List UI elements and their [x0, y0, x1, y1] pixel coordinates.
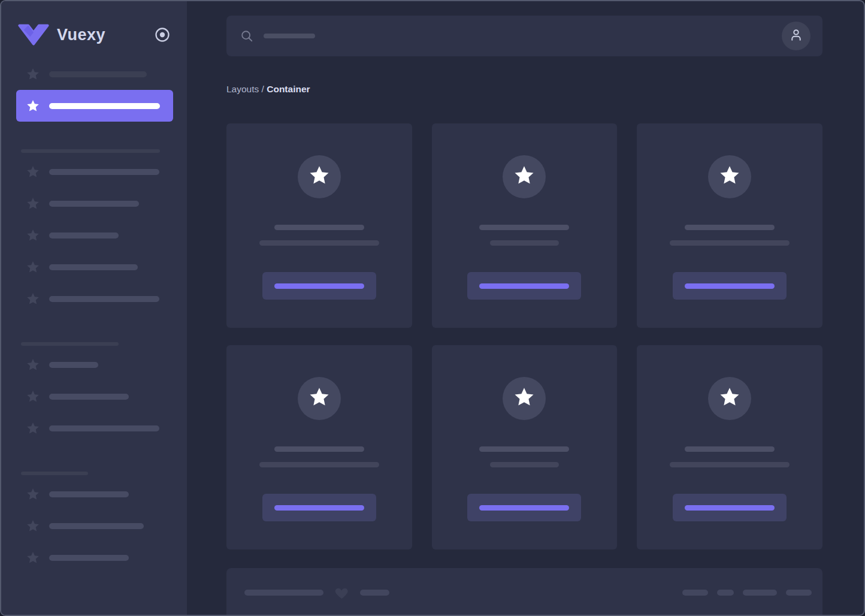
- sidebar-menu-item[interactable]: [16, 90, 173, 122]
- content-card: [226, 345, 412, 549]
- sidebar-menu-item[interactable]: [16, 251, 173, 283]
- menu-item-label-bar: [49, 264, 138, 270]
- breadcrumb-current: Container: [267, 84, 310, 94]
- search-placeholder-bar: [264, 34, 315, 38]
- sidebar-section-header-bar: [21, 342, 119, 346]
- footer: [226, 568, 822, 615]
- card-title-bar: [274, 225, 364, 230]
- card-title-bar: [479, 225, 569, 230]
- card-subtitle-bar: [670, 462, 790, 467]
- sidebar-menu-item[interactable]: [16, 156, 173, 188]
- sidebar-menu-item[interactable]: [16, 478, 173, 510]
- star-icon: [718, 164, 741, 189]
- content-card: [432, 345, 618, 549]
- topbar: [226, 16, 822, 56]
- card-avatar-circle: [503, 155, 546, 198]
- card-avatar-circle: [503, 377, 546, 420]
- footer-links: [682, 590, 812, 596]
- card-action-button[interactable]: [262, 272, 376, 300]
- sidebar-menu-item[interactable]: [16, 412, 173, 444]
- card-subtitle-bar: [259, 240, 379, 246]
- user-avatar-button[interactable]: [782, 22, 810, 50]
- star-icon: [26, 551, 40, 565]
- card-avatar-circle: [298, 155, 341, 198]
- content-card: [637, 345, 822, 549]
- menu-item-label-bar: [49, 362, 98, 368]
- sidebar-menu-item[interactable]: [16, 58, 173, 90]
- sidebar-menu-item[interactable]: [16, 542, 173, 573]
- content-card: [226, 123, 412, 328]
- radio-dot-icon[interactable]: [154, 26, 171, 43]
- breadcrumb-separator: /: [262, 84, 264, 94]
- sidebar-menu-item[interactable]: [16, 510, 173, 542]
- footer-link-bar[interactable]: [682, 590, 708, 596]
- card-title-bar: [685, 225, 775, 230]
- content-card: [637, 123, 822, 328]
- star-icon: [26, 487, 40, 502]
- footer-link-bar[interactable]: [717, 590, 734, 596]
- menu-item-label-bar: [49, 232, 119, 238]
- footer-left: [244, 585, 389, 600]
- brand-row: Vuexy: [1, 1, 187, 48]
- menu-item-label-bar: [49, 169, 159, 175]
- star-icon: [26, 67, 40, 81]
- button-label-bar: [274, 283, 364, 289]
- footer-text-bar: [244, 590, 323, 596]
- star-icon: [26, 228, 40, 243]
- sidebar-menu-item[interactable]: [16, 188, 173, 219]
- menu-item-label-bar: [49, 296, 159, 302]
- menu-item-label-bar: [49, 491, 129, 497]
- button-label-bar: [274, 505, 364, 511]
- star-icon: [26, 421, 40, 436]
- footer-row: [244, 584, 812, 601]
- card-action-button[interactable]: [467, 494, 581, 521]
- card-avatar-circle: [298, 377, 341, 420]
- star-icon: [26, 519, 40, 533]
- star-icon: [26, 260, 40, 274]
- footer-link-bar[interactable]: [786, 590, 812, 596]
- star-icon: [308, 386, 331, 411]
- card-action-button[interactable]: [467, 272, 581, 300]
- card-title-bar: [685, 446, 775, 452]
- sidebar-menu-item[interactable]: [16, 219, 173, 251]
- card-subtitle-bar: [670, 240, 790, 246]
- star-icon: [513, 164, 536, 189]
- card-title-bar: [274, 446, 364, 452]
- vuexy-v-logo-icon: [18, 24, 49, 46]
- star-icon: [513, 386, 536, 411]
- card-title-bar: [479, 446, 569, 452]
- star-icon: [26, 358, 40, 372]
- sidebar: Vuexy: [1, 1, 187, 615]
- card-subtitle-bar: [490, 240, 559, 246]
- sidebar-menu-item[interactable]: [16, 381, 173, 412]
- card-action-button[interactable]: [673, 272, 787, 300]
- card-subtitle-bar: [490, 462, 559, 467]
- menu-item-label-bar: [49, 103, 160, 109]
- card-action-button[interactable]: [673, 494, 787, 521]
- sidebar-menu-item[interactable]: [16, 349, 173, 381]
- star-icon: [26, 165, 40, 179]
- heart-icon: [334, 585, 349, 600]
- sidebar-nav: [1, 58, 187, 573]
- star-icon: [308, 164, 331, 189]
- menu-item-label-bar: [49, 71, 147, 77]
- menu-item-label-bar: [49, 201, 139, 207]
- content-card: [432, 123, 618, 328]
- menu-item-label-bar: [49, 394, 129, 400]
- breadcrumb-parent-link[interactable]: Layouts: [226, 84, 259, 94]
- sidebar-section-header-bar: [21, 472, 88, 475]
- star-icon: [26, 197, 40, 211]
- search-input[interactable]: [240, 29, 782, 43]
- footer-link-bar[interactable]: [743, 590, 777, 596]
- card-subtitle-bar: [259, 462, 379, 467]
- person-icon: [788, 27, 804, 45]
- sidebar-section-header-bar: [21, 149, 160, 153]
- brand-name: Vuexy: [57, 26, 105, 44]
- breadcrumb: Layouts / Container: [226, 82, 822, 96]
- menu-item-label-bar: [49, 555, 129, 561]
- star-icon: [26, 99, 40, 113]
- star-icon: [26, 292, 40, 306]
- card-action-button[interactable]: [262, 494, 376, 521]
- cards-grid: [226, 123, 822, 549]
- sidebar-menu-item[interactable]: [16, 283, 173, 315]
